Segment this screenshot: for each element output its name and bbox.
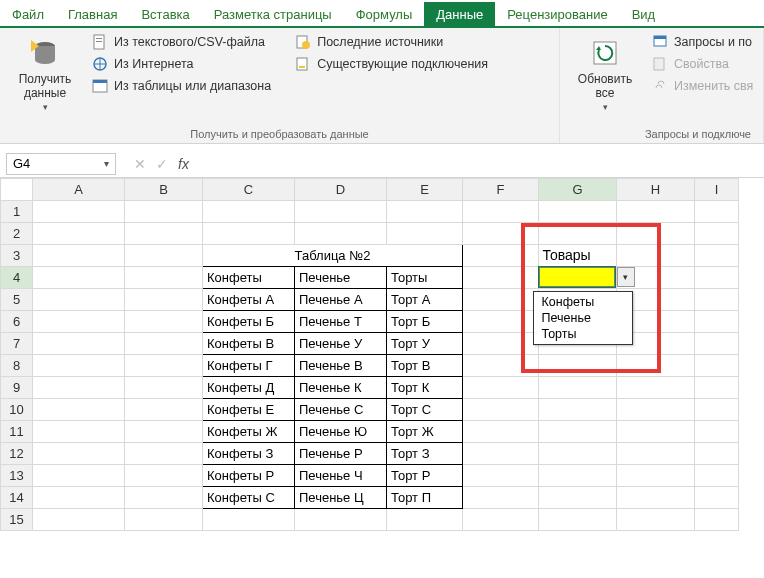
- cell-F14[interactable]: [463, 487, 539, 509]
- tab-file[interactable]: Файл: [0, 2, 56, 26]
- cell-B14[interactable]: [125, 487, 203, 509]
- cell-D6[interactable]: Печенье Т: [295, 311, 387, 333]
- cell-D2[interactable]: [295, 223, 387, 245]
- cell-E9[interactable]: Торт К: [387, 377, 463, 399]
- dropdown-option[interactable]: Конфеты: [534, 294, 632, 310]
- cell-G9[interactable]: [539, 377, 617, 399]
- cell-B15[interactable]: [125, 509, 203, 531]
- row-header-5[interactable]: 5: [1, 289, 33, 311]
- cell-I10[interactable]: [695, 399, 739, 421]
- cell-D5[interactable]: Печенье А: [295, 289, 387, 311]
- cell-E12[interactable]: Торт З: [387, 443, 463, 465]
- row-header-12[interactable]: 12: [1, 443, 33, 465]
- dropdown-option[interactable]: Торты: [534, 326, 632, 342]
- cell-A8[interactable]: [33, 355, 125, 377]
- cell-A13[interactable]: [33, 465, 125, 487]
- col-header-C[interactable]: C: [203, 179, 295, 201]
- cell-C12[interactable]: Конфеты З: [203, 443, 295, 465]
- cell-D15[interactable]: [295, 509, 387, 531]
- cell-A12[interactable]: [33, 443, 125, 465]
- formula-input[interactable]: [199, 153, 764, 175]
- from-range-button[interactable]: Из таблицы или диапазона: [92, 78, 271, 94]
- cell-D14[interactable]: Печенье Ц: [295, 487, 387, 509]
- cell-I13[interactable]: [695, 465, 739, 487]
- cell-H11[interactable]: [617, 421, 695, 443]
- cell-A3[interactable]: [33, 245, 125, 267]
- cell-I12[interactable]: [695, 443, 739, 465]
- from-csv-button[interactable]: Из текстового/CSV-файла: [92, 34, 271, 50]
- cell-F11[interactable]: [463, 421, 539, 443]
- cell-H12[interactable]: [617, 443, 695, 465]
- row-header-8[interactable]: 8: [1, 355, 33, 377]
- cell-G12[interactable]: [539, 443, 617, 465]
- cell-E2[interactable]: [387, 223, 463, 245]
- cell-I3[interactable]: [695, 245, 739, 267]
- cell-I7[interactable]: [695, 333, 739, 355]
- row-header-4[interactable]: 4: [1, 267, 33, 289]
- recent-sources-button[interactable]: Последние источники: [295, 34, 488, 50]
- cell-C6[interactable]: Конфеты Б: [203, 311, 295, 333]
- cell-C5[interactable]: Конфеты А: [203, 289, 295, 311]
- worksheet-grid[interactable]: ABCDEFGHI123Таблица №24КонфетыПеченьеТор…: [0, 178, 764, 531]
- cell-F15[interactable]: [463, 509, 539, 531]
- row-header-9[interactable]: 9: [1, 377, 33, 399]
- cell-B3[interactable]: [125, 245, 203, 267]
- cell-B12[interactable]: [125, 443, 203, 465]
- col-header-E[interactable]: E: [387, 179, 463, 201]
- cell-D9[interactable]: Печенье К: [295, 377, 387, 399]
- row-header-15[interactable]: 15: [1, 509, 33, 531]
- cell-B13[interactable]: [125, 465, 203, 487]
- col-header-G[interactable]: G: [539, 179, 617, 201]
- row-header-3[interactable]: 3: [1, 245, 33, 267]
- col-header-F[interactable]: F: [463, 179, 539, 201]
- tab-insert[interactable]: Вставка: [129, 2, 201, 26]
- cell-D8[interactable]: Печенье В: [295, 355, 387, 377]
- cell-A2[interactable]: [33, 223, 125, 245]
- cell-C7[interactable]: Конфеты В: [203, 333, 295, 355]
- cell-E7[interactable]: Торт У: [387, 333, 463, 355]
- cell-D7[interactable]: Печенье У: [295, 333, 387, 355]
- properties-button[interactable]: Свойства: [652, 56, 753, 72]
- from-web-button[interactable]: Из Интернета: [92, 56, 271, 72]
- cell-E15[interactable]: [387, 509, 463, 531]
- queries-button[interactable]: Запросы и по: [652, 34, 753, 50]
- cell-C4[interactable]: Конфеты: [203, 267, 295, 289]
- cell-E8[interactable]: Торт В: [387, 355, 463, 377]
- cell-A4[interactable]: [33, 267, 125, 289]
- cell-C1[interactable]: [203, 201, 295, 223]
- tab-view[interactable]: Вид: [620, 2, 668, 26]
- cell-A14[interactable]: [33, 487, 125, 509]
- cell-I15[interactable]: [695, 509, 739, 531]
- cell-I9[interactable]: [695, 377, 739, 399]
- cell-F9[interactable]: [463, 377, 539, 399]
- cell-F13[interactable]: [463, 465, 539, 487]
- row-header-7[interactable]: 7: [1, 333, 33, 355]
- dropdown-options-list[interactable]: КонфетыПеченьеТорты: [533, 291, 633, 345]
- cell-A6[interactable]: [33, 311, 125, 333]
- cell-I14[interactable]: [695, 487, 739, 509]
- cell-A11[interactable]: [33, 421, 125, 443]
- row-header-11[interactable]: 11: [1, 421, 33, 443]
- cell-C14[interactable]: Конфеты С: [203, 487, 295, 509]
- cancel-icon[interactable]: ✕: [134, 156, 146, 172]
- cell-B8[interactable]: [125, 355, 203, 377]
- row-header-10[interactable]: 10: [1, 399, 33, 421]
- cell-H1[interactable]: [617, 201, 695, 223]
- row-header-2[interactable]: 2: [1, 223, 33, 245]
- col-header-A[interactable]: A: [33, 179, 125, 201]
- cell-E5[interactable]: Торт А: [387, 289, 463, 311]
- cell-E6[interactable]: Торт Б: [387, 311, 463, 333]
- cell-D4[interactable]: Печенье: [295, 267, 387, 289]
- cell-E13[interactable]: Торт Р: [387, 465, 463, 487]
- cell-F10[interactable]: [463, 399, 539, 421]
- tab-layout[interactable]: Разметка страницы: [202, 2, 344, 26]
- cell-B2[interactable]: [125, 223, 203, 245]
- cell-B9[interactable]: [125, 377, 203, 399]
- cell-E4[interactable]: Торты: [387, 267, 463, 289]
- cell-G13[interactable]: [539, 465, 617, 487]
- cell-B6[interactable]: [125, 311, 203, 333]
- cell-E10[interactable]: Торт С: [387, 399, 463, 421]
- cell-C8[interactable]: Конфеты Г: [203, 355, 295, 377]
- cell-E14[interactable]: Торт П: [387, 487, 463, 509]
- cell-D12[interactable]: Печенье Р: [295, 443, 387, 465]
